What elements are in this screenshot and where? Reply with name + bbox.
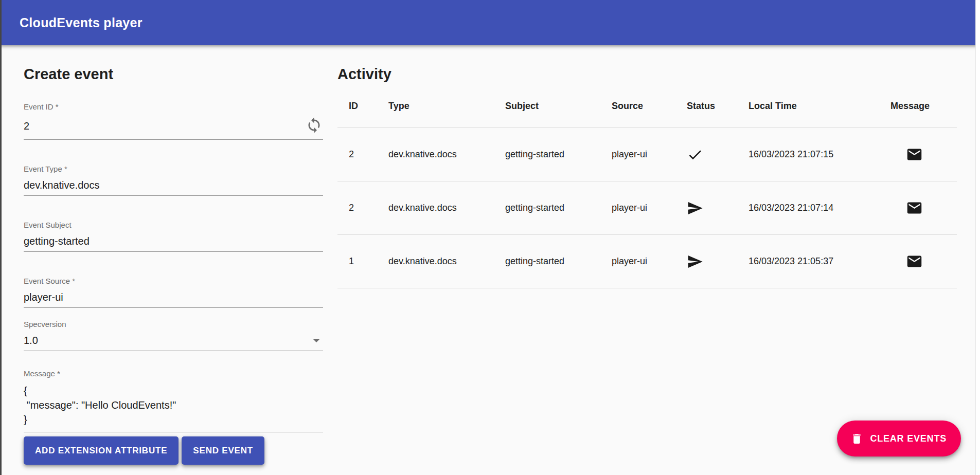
row-local-time: 16/03/2023 21:07:15: [749, 149, 890, 160]
view-message-button[interactable]: [906, 253, 923, 270]
activity-heading: Activity: [337, 64, 957, 84]
column-header-type: Type: [388, 101, 505, 112]
vertical-scrollbar[interactable]: [975, 0, 980, 475]
row-source: player-ui: [612, 149, 687, 160]
row-id: 2: [349, 203, 388, 213]
event-type-field[interactable]: Event Type * dev.knative.docs: [24, 165, 323, 196]
clear-events-label: CLEAR EVENTS: [870, 433, 947, 444]
add-extension-attribute-button[interactable]: ADD EXTENSION ATTRIBUTE: [24, 436, 179, 465]
event-subject-label: Event Subject: [24, 221, 323, 230]
activity-table-header: ID Type Subject Source Status Local Time…: [337, 84, 957, 128]
send-event-button[interactable]: SEND EVENT: [182, 436, 264, 465]
row-id: 2: [349, 149, 388, 160]
column-header-subject: Subject: [505, 101, 612, 112]
form-actions: ADD EXTENSION ATTRIBUTE SEND EVENT: [24, 436, 323, 465]
row-type: dev.knative.docs: [388, 256, 505, 267]
event-id-field[interactable]: Event ID * 2: [24, 102, 323, 140]
row-subject: getting-started: [505, 203, 612, 213]
event-source-label: Event Source *: [24, 277, 323, 286]
activity-panel: Activity ID Type Subject Source Status L…: [337, 64, 957, 465]
row-local-time: 16/03/2023 21:07:14: [749, 203, 890, 213]
app-header: CloudEvents player: [0, 0, 980, 45]
send-icon: [687, 253, 749, 270]
app-title: CloudEvents player: [20, 15, 142, 30]
message-label: Message *: [24, 369, 323, 378]
main-content: Create event Event ID * 2 Event Type * d…: [0, 45, 980, 465]
column-header-local-time: Local Time: [749, 101, 890, 112]
column-header-message: Message: [890, 101, 957, 112]
view-message-button[interactable]: [906, 199, 923, 216]
specversion-label: Specversion: [24, 320, 323, 329]
trash-icon: [850, 432, 863, 445]
create-event-heading: Create event: [24, 64, 323, 84]
column-header-status: Status: [687, 101, 749, 112]
sync-icon: [306, 117, 323, 135]
window-left-edge: [0, 0, 2, 475]
row-type: dev.knative.docs: [388, 203, 505, 213]
create-event-panel: Create event Event ID * 2 Event Type * d…: [24, 64, 323, 465]
event-subject-input[interactable]: getting-started: [24, 235, 90, 247]
row-id: 1: [349, 256, 388, 267]
row-subject: getting-started: [505, 149, 612, 160]
event-id-label: Event ID *: [24, 102, 323, 112]
row-subject: getting-started: [505, 256, 612, 267]
message-field[interactable]: Message * { "message": "Hello CloudEvent…: [24, 369, 323, 432]
event-subject-field[interactable]: Event Subject getting-started: [24, 221, 323, 252]
view-message-button[interactable]: [906, 146, 923, 163]
clear-events-button[interactable]: CLEAR EVENTS: [837, 421, 961, 456]
table-row: 2 dev.knative.docs getting-started playe…: [337, 128, 957, 181]
event-id-input[interactable]: 2: [24, 120, 29, 132]
email-icon: [906, 199, 923, 216]
event-source-field[interactable]: Event Source * player-ui: [24, 277, 323, 308]
event-source-input[interactable]: player-ui: [24, 291, 63, 303]
table-row: 2 dev.knative.docs getting-started playe…: [337, 181, 957, 235]
event-type-input[interactable]: dev.knative.docs: [24, 179, 100, 191]
email-icon: [906, 253, 923, 270]
email-icon: [906, 146, 923, 163]
table-row: 1 dev.knative.docs getting-started playe…: [337, 235, 957, 288]
regenerate-id-button[interactable]: [305, 117, 323, 135]
row-source: player-ui: [612, 203, 687, 213]
column-header-id: ID: [349, 101, 388, 112]
send-icon: [687, 200, 749, 216]
row-source: player-ui: [612, 256, 687, 267]
specversion-select[interactable]: 1.0: [24, 334, 38, 346]
row-type: dev.knative.docs: [388, 149, 505, 160]
event-type-label: Event Type *: [24, 165, 323, 174]
check-icon: [687, 147, 749, 163]
message-textarea[interactable]: { "message": "Hello CloudEvents!" }: [24, 383, 323, 427]
row-local-time: 16/03/2023 21:05:37: [749, 256, 890, 267]
column-header-source: Source: [612, 101, 687, 112]
specversion-field[interactable]: Specversion 1.0: [24, 320, 323, 351]
chevron-down-icon[interactable]: [313, 339, 320, 342]
